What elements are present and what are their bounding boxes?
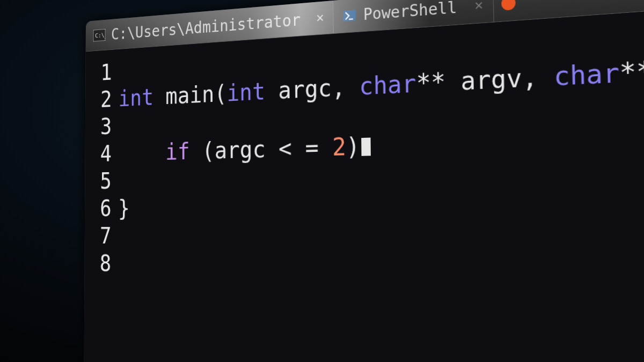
terminal-window: C:\_ C:\Users\Administrator × PowerShell… bbox=[84, 0, 644, 362]
code-line: } bbox=[118, 187, 644, 222]
svg-text:C:\_: C:\_ bbox=[95, 31, 105, 40]
close-icon[interactable]: × bbox=[316, 10, 324, 27]
line-number: 2 bbox=[85, 86, 112, 114]
ubuntu-icon[interactable] bbox=[502, 0, 516, 11]
tab-title: PowerShell bbox=[363, 0, 457, 24]
powershell-icon bbox=[342, 9, 356, 23]
line-number: 4 bbox=[85, 140, 112, 168]
line-number: 7 bbox=[85, 222, 112, 249]
editor[interactable]: 1 2 3 4 5 6 7 8 int main(int argc, char*… bbox=[84, 1, 644, 362]
tab-title: C:\Users\Administrator bbox=[111, 10, 301, 43]
svg-rect-0 bbox=[93, 29, 106, 42]
line-number: 6 bbox=[85, 195, 112, 222]
code-line: int main(int argc, char** argv, char** e… bbox=[119, 47, 644, 113]
cursor bbox=[361, 138, 371, 156]
line-number: 8 bbox=[84, 249, 111, 277]
close-icon[interactable]: × bbox=[474, 0, 484, 14]
line-number: 5 bbox=[85, 167, 112, 195]
line-number: 1 bbox=[85, 58, 112, 87]
code-area[interactable]: int main(int argc, char** argv, char** e… bbox=[114, 1, 644, 362]
gutter: 1 2 3 4 5 6 7 8 bbox=[84, 50, 115, 362]
line-number: 3 bbox=[85, 113, 112, 141]
svg-marker-2 bbox=[342, 10, 356, 21]
cmd-icon: C:\_ bbox=[93, 29, 106, 42]
code-line: if (argc < = 2) bbox=[118, 116, 644, 167]
svg-line-3 bbox=[349, 19, 353, 19]
